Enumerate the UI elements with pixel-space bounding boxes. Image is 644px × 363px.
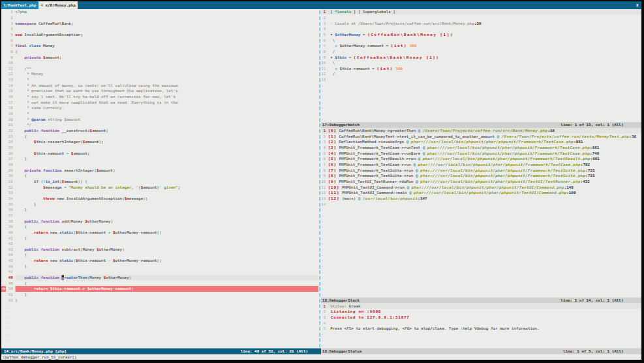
source-line[interactable]: 43 public function subtract(Money $other… — [1, 247, 318, 253]
debugger-stack-line[interactable]: 1[0] CoffeeRun\Bank\Money->greaterThan @… — [321, 128, 641, 134]
line-number: 1 — [6, 9, 13, 15]
debugger-status-line[interactable]: 1 Status: break — [321, 303, 641, 309]
source-line[interactable]: 5use InvalidArgumentException; — [1, 32, 318, 38]
debugger-status-line[interactable]: 2 Listening on :9000 — [321, 309, 641, 315]
source-buffer-money-php[interactable]: 1<?php23namespace CoffeeRun\Bank;45use I… — [1, 9, 318, 349]
source-line[interactable]: 37 — [1, 213, 318, 219]
debugger-stack-line[interactable]: 5[4] PHPUnit_Framework_TestCase->runBare… — [321, 150, 641, 156]
tab-banktest[interactable]: t/BankTest.php — [1, 1, 38, 9]
source-line[interactable]: 51 } — [1, 292, 318, 298]
debugger-watch-buffer[interactable]: 1 [ *Locals ] [ Superglobals ]23 - Local… — [321, 9, 641, 122]
debugger-watch-line[interactable]: 7 ◇ $otherMoney->amount = (int) 300 — [321, 43, 641, 49]
debugger-stack-line[interactable]: 6[5] PHPUnit_Framework_TestResult->run @… — [321, 156, 641, 162]
tab-money[interactable]: 4s/B/Money.php — [38, 1, 78, 9]
statusline-money-php[interactable]: 14:src/Bank/Money.php [php]line: 48 of 5… — [1, 349, 321, 355]
debugger-watch-line[interactable]: 10 \ — [321, 60, 641, 66]
debugger-status-line[interactable]: 3 Connected to 127.0.0.1:51877 — [321, 315, 641, 321]
debugger-stack-line[interactable]: 14 — [321, 201, 641, 207]
debugger-stack-line[interactable]: 9[8] PHPUnit_Framework_TestSuite->run @ … — [321, 173, 641, 179]
source-line[interactable]: 22 public function __construct($amount) — [1, 128, 318, 134]
source-line[interactable]: 25 — [1, 145, 318, 151]
source-line[interactable]: 46 } — [1, 264, 318, 270]
source-line[interactable]: 36 } — [1, 207, 318, 213]
debugger-stack-buffer[interactable]: 1[0] CoffeeRun\Bank\Money->greaterThan @… — [321, 128, 641, 298]
debugger-stack-line[interactable]: 4[3] PHPUnit_Framework_TestCase->runTest… — [321, 145, 641, 151]
source-line[interactable]: 1<?php — [1, 9, 318, 15]
source-line[interactable]: 4 — [1, 26, 318, 32]
statusline-debugger-stack[interactable]: 18:DebuggerStackline: 1 of 14, col: 1 (A… — [321, 298, 641, 304]
debugger-status-line[interactable]: 4 — [321, 320, 641, 326]
source-line[interactable]: 14 * An amount of money, in cents: we'll… — [1, 83, 318, 89]
statusline-debugger-watch[interactable]: 17:DebuggerWatchline: 1 of 13, col: 1 (A… — [321, 122, 641, 128]
source-line[interactable]: 17 * not make it more complicated that w… — [1, 100, 318, 106]
command-line[interactable]: :python debugger.run_to_cursor() — [1, 354, 641, 360]
source-line[interactable]: 41 } — [1, 235, 318, 241]
source-line[interactable]: 33 — [1, 190, 318, 196]
source-line[interactable]: 34 throw new InvalidArgumentException($m… — [1, 196, 318, 202]
debugger-status-line[interactable]: 5 Press <F5> to start debugging, <F6> to… — [321, 326, 641, 332]
number-token: 300 — [410, 43, 417, 48]
source-line[interactable]: 19 * — [1, 111, 318, 117]
debugger-stack-line[interactable]: 3[2] ReflectionMethod->invokeArgs @ phar… — [321, 139, 641, 145]
source-line[interactable]: 2 — [1, 15, 318, 21]
source-line[interactable]: 11 /** — [1, 66, 318, 72]
source-line[interactable]: ->50 return $this->amount > $otherMoney-… — [1, 286, 318, 292]
debugger-watch-line[interactable]: 6 \ — [321, 37, 641, 43]
debugger-watch-line[interactable]: 12 / — [321, 71, 641, 77]
debugger-stack-line[interactable]: 8[7] PHPUnit_Framework_TestSuite->run @ … — [321, 167, 641, 173]
source-line[interactable]: 13 * — [1, 77, 318, 83]
debugger-status-buffer[interactable]: 1 Status: break2 Listening on :90003 Con… — [321, 303, 641, 348]
source-line[interactable]: 20 * @param string $amount — [1, 116, 318, 122]
debugger-watch-line[interactable]: 11 ◇ $this->amount = (int) 100 — [321, 66, 641, 72]
source-line[interactable]: 6 — [1, 37, 318, 43]
debugger-stack-line[interactable]: 7[6] PHPUnit_Framework_TestCase->run @ p… — [321, 162, 641, 168]
source-line[interactable]: 52} — [1, 297, 318, 303]
source-line[interactable]: 47 — [1, 269, 318, 275]
debugger-stack-line[interactable]: 13[12] {main} @ /usr/local/bin/phpunit:5… — [321, 196, 641, 202]
debugger-watch-line[interactable]: 1 [ *Locals ] [ Superglobals ] — [321, 9, 641, 15]
debugger-watch-line[interactable]: 13 — [321, 77, 641, 83]
source-line[interactable]: 30 { — [1, 173, 318, 179]
source-line[interactable]: 15 * precision that we want to use throu… — [1, 88, 318, 94]
debugger-watch-line[interactable]: 9 ▾ $this = (CoffeeRun\Bank\Money [1]) — [321, 54, 641, 60]
source-line[interactable]: 21 */ — [1, 122, 318, 128]
source-line[interactable]: 40 return new static($this->amount + $ot… — [1, 230, 318, 236]
source-line[interactable]: 12 * Money — [1, 71, 318, 77]
source-line[interactable]: 7final class Money — [1, 43, 318, 49]
source-line[interactable]: 28 — [1, 162, 318, 168]
source-line[interactable]: 18 * same currency. — [1, 105, 318, 111]
statusline-debugger-status[interactable]: 19:DebuggerStatusline: 1 of 5, col: 1 (A… — [321, 349, 641, 355]
source-line[interactable]: 42 — [1, 241, 318, 247]
tab-close-button[interactable]: X — [633, 1, 641, 9]
source-line[interactable]: 49 { — [1, 281, 318, 287]
debugger-watch-line[interactable]: 3 - Locals at /Users/Toon/Projects/coffe… — [321, 20, 641, 26]
source-line[interactable]: 29 private function assertInteger($amoun… — [1, 167, 318, 173]
source-line[interactable]: 39 { — [1, 224, 318, 230]
plain-token: InvalidArgumentException; — [22, 32, 83, 37]
source-line[interactable]: 8{ — [1, 49, 318, 55]
debugger-watch-line[interactable]: 2 — [321, 15, 641, 21]
source-line[interactable]: 26 $this->amount = $amount; — [1, 150, 318, 156]
source-line[interactable]: 16 * say 1 cent. We'll try to hold off o… — [1, 94, 318, 100]
source-line[interactable]: 3namespace CoffeeRun\Bank; — [1, 20, 318, 26]
debugger-watch-line[interactable]: 8 / — [321, 49, 641, 55]
source-line[interactable]: 48 public function greaterThan(Money $ot… — [1, 275, 318, 281]
debugger-watch-line[interactable]: 5 ▾ $otherMoney = (CoffeeRun\Bank\Money … — [321, 32, 641, 38]
source-line[interactable]: 27 } — [1, 156, 318, 162]
debugger-watch-line[interactable]: 4 — [321, 26, 641, 32]
line-number: 13 — [321, 196, 326, 202]
debugger-stack-line[interactable]: 11[10] PHPUnit_TextUI_Command->run @ pha… — [321, 184, 641, 190]
debugger-stack-line[interactable]: 2[1] CoffeeRun\Bank\MoneyTest->test_it_c… — [321, 134, 641, 140]
debugger-stack-line[interactable]: 12[11] PHPUnit_TextUI_Command::main @ ph… — [321, 190, 641, 196]
source-line[interactable]: 24 $this->assertInteger($amount); — [1, 139, 318, 145]
debugger-stack-line[interactable]: 10[9] PHPUnit_TextUI_TestRunner->doRun @… — [321, 179, 641, 185]
source-line[interactable]: 9 private $amount; — [1, 54, 318, 60]
source-line[interactable]: 45 return new static($this->amount - $ot… — [1, 258, 318, 264]
source-line[interactable]: 31 if (!is_int($amount)) { — [1, 179, 318, 185]
source-line[interactable]: 38 public function add(Money $otherMoney… — [1, 218, 318, 224]
source-line[interactable]: 44 { — [1, 252, 318, 258]
source-line[interactable]: 23 { — [1, 133, 318, 139]
source-line[interactable]: 10 — [1, 60, 318, 66]
source-line[interactable]: 32 $message = "Money should be an intege… — [1, 184, 318, 190]
source-line[interactable]: 35 } — [1, 201, 318, 207]
